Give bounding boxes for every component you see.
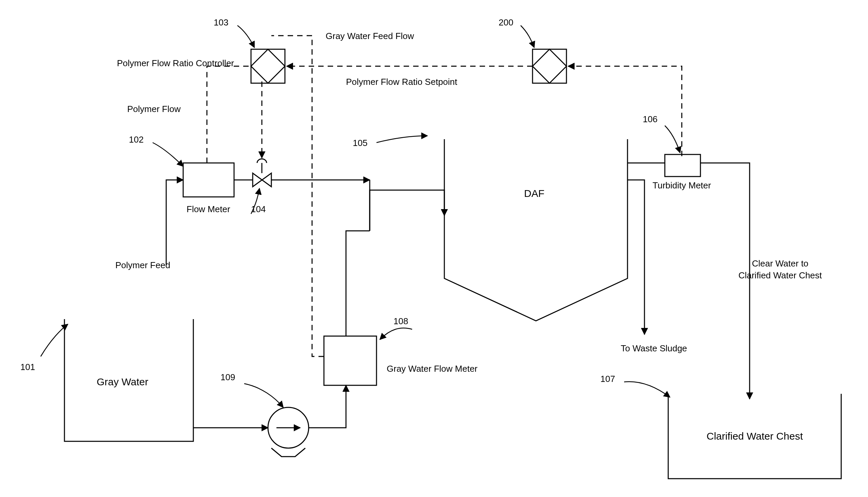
daf-unit: DAF	[444, 139, 628, 321]
svg-rect-6	[532, 49, 567, 83]
svg-rect-5	[251, 49, 285, 83]
ref-105: 105	[353, 138, 367, 148]
ref-109: 109	[220, 372, 235, 382]
gwff-label: Gray Water Feed Flow	[326, 31, 414, 41]
gray-water-tank: Gray Water	[64, 319, 193, 441]
clear-water-line2: Clarified Water Chest	[738, 270, 822, 280]
gwfm-label: Gray Water Flow Meter	[387, 364, 477, 374]
ref-104: 104	[251, 204, 266, 214]
process-diagram: Gray Water 101 109 Gray Water Flow Meter…	[0, 0, 868, 497]
ref-102: 102	[129, 134, 144, 145]
setpoint-label: Polymer Flow Ratio Setpoint	[346, 77, 458, 87]
pipe-tm-to-chest	[701, 163, 750, 399]
leader-102	[153, 143, 183, 166]
pipe-pump-to-gwfm	[309, 385, 346, 428]
leader-103	[237, 26, 254, 47]
pipe-polymer-feed	[166, 180, 183, 265]
svg-rect-2	[324, 336, 377, 385]
pipe-gwfm-up	[346, 231, 370, 336]
signal-gwff	[271, 36, 324, 356]
ref-103: 103	[214, 17, 228, 28]
ref-107: 107	[600, 374, 615, 384]
gray-water-tank-label: Gray Water	[97, 376, 148, 387]
leader-106	[665, 126, 680, 153]
leader-101	[41, 324, 68, 356]
gray-water-flow-meter: Gray Water Flow Meter	[324, 336, 477, 385]
control-valve	[253, 159, 271, 187]
ref-200: 200	[499, 17, 513, 28]
leader-109	[244, 384, 283, 407]
controller-103-label: Polymer Flow Ratio Controller	[117, 58, 234, 68]
ref-106: 106	[643, 114, 657, 124]
polymer-flow-label: Polymer Flow	[127, 104, 181, 114]
pipe-to-daf	[370, 190, 444, 231]
flow-meter-label: Flow Meter	[187, 204, 230, 214]
polymer-feed-label: Polymer Feed	[115, 260, 170, 270]
ref-108: 108	[394, 316, 408, 326]
daf-label: DAF	[524, 188, 544, 199]
ref-101: 101	[20, 362, 35, 372]
clear-water-line1: Clear Water to	[752, 258, 809, 269]
controller-103	[251, 49, 285, 83]
controller-200	[532, 49, 567, 83]
turbidity-meter: Turbidity Meter	[652, 155, 711, 190]
leader-107	[624, 382, 670, 397]
pipe-to-sludge	[628, 180, 645, 335]
clarified-chest-label: Clarified Water Chest	[707, 430, 803, 442]
signal-turbidity	[568, 66, 682, 156]
signal-polymer-flow	[207, 66, 251, 163]
svg-rect-3	[183, 163, 234, 197]
flow-meter: Flow Meter	[183, 163, 234, 214]
svg-rect-7	[665, 155, 701, 176]
pump	[268, 407, 309, 457]
leader-105	[377, 136, 427, 143]
turbidity-meter-label: Turbidity Meter	[652, 180, 711, 190]
leader-200	[521, 26, 534, 47]
leader-108	[380, 328, 412, 340]
to-waste-sludge-label: To Waste Sludge	[621, 343, 687, 353]
clarified-water-chest: Clarified Water Chest	[668, 394, 841, 479]
